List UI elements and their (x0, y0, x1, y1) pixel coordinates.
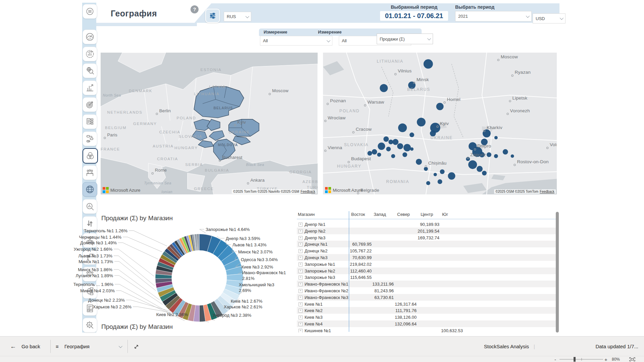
map-feedback-link[interactable]: Feedback (301, 190, 315, 193)
store-bubble[interactable] (398, 123, 407, 132)
store-bubble[interactable] (466, 157, 470, 161)
sidebar-item-kpi-gauge[interactable]: KPI (83, 29, 97, 44)
sidebar-item-search-analytics[interactable] (83, 199, 97, 214)
expand-row-icon[interactable]: + (299, 302, 303, 306)
expand-row-icon[interactable]: + (299, 242, 303, 246)
data-updated-label[interactable]: Data updated 1/7... (595, 337, 638, 356)
store-bubble[interactable] (402, 153, 407, 157)
table-row[interactable]: +Ивано-Франковск №281,243.96 (297, 287, 557, 294)
sidebar-item-venn-circles[interactable] (83, 148, 98, 164)
table-row[interactable]: +Киев №4132,096.64 (297, 320, 557, 327)
table-row[interactable]: +Донецк №160,769.95 (297, 241, 557, 247)
sidebar-item-pipeline-flow[interactable] (83, 131, 97, 146)
column-header-Запад[interactable]: Запад (374, 212, 386, 217)
collapse-view-button[interactable] (133, 337, 139, 356)
pages-menu-icon[interactable]: ≡ (56, 337, 59, 356)
sidebar-item-trend-growth[interactable] (83, 47, 97, 61)
expand-row-icon[interactable]: + (299, 223, 303, 227)
sidebar-item-document-numbered[interactable] (83, 114, 97, 129)
store-bubble[interactable] (391, 154, 395, 158)
vertical-scrollbar-thumb[interactable] (556, 212, 559, 333)
column-header-Юг[interactable]: Юг (442, 212, 448, 217)
store-bubble[interactable] (378, 142, 385, 150)
table-row[interactable]: +Кишинев №1100,632.53 (297, 327, 557, 333)
back-arrow-icon[interactable]: ← (10, 337, 16, 356)
table-row[interactable]: +Ивано-Франковск №363,730.61 (297, 294, 557, 301)
year-select[interactable]: 2021 (455, 11, 532, 21)
store-bubble[interactable] (397, 143, 403, 149)
store-bubble[interactable] (388, 139, 393, 144)
map-feedback-link[interactable]: Feedback (540, 190, 554, 193)
zoom-in-button[interactable]: + (604, 356, 607, 362)
store-bubble[interactable] (424, 167, 428, 171)
store-bubble[interactable] (392, 139, 398, 145)
store-bubble[interactable] (372, 149, 377, 155)
store-bubble[interactable] (426, 181, 430, 185)
store-bubble[interactable] (440, 169, 444, 174)
store-bubble[interactable] (483, 129, 491, 137)
language-select[interactable]: RUS (224, 12, 251, 21)
donut-chart[interactable]: Запорожье №1 4.64%Днепр №3 3.59%Львов №1… (101, 221, 297, 334)
zoom-slider-handle[interactable] (574, 357, 576, 362)
expand-row-icon[interactable]: + (299, 289, 303, 293)
expand-row-icon[interactable]: + (299, 315, 303, 319)
sidebar-item-bar-chart-arrow[interactable] (83, 80, 97, 95)
column-header-Центр[interactable]: Центр (421, 212, 433, 217)
store-bubble[interactable] (477, 166, 483, 172)
store-bubble[interactable] (380, 84, 388, 92)
table-row[interactable]: +Киев №3138,126.00 (297, 314, 557, 320)
sidebar-item-globe[interactable] (83, 182, 97, 197)
store-bubble[interactable] (424, 59, 433, 69)
store-bubble[interactable] (436, 103, 444, 110)
currency-select[interactable]: USD (533, 13, 566, 23)
sidebar-item-team-desk[interactable] (83, 165, 97, 180)
store-bubble[interactable] (503, 149, 508, 155)
table-row[interactable]: +Запорожье №3115,646.55 (297, 274, 557, 281)
sidebar-item-target-arrow[interactable] (83, 97, 97, 112)
store-bubble[interactable] (404, 144, 411, 151)
expand-row-icon[interactable]: + (299, 256, 303, 260)
sidebar-item-gear-analytics[interactable] (83, 318, 97, 333)
filter-sliders-button[interactable] (205, 9, 220, 23)
table-row[interactable]: +Днепр №3169,732.74 (297, 234, 557, 241)
page-selector[interactable]: География (64, 337, 90, 356)
table-row[interactable]: +Днепр №2201,199.54 (297, 228, 557, 234)
store-bubble[interactable] (416, 159, 422, 165)
sidebar-item-globe-search[interactable] (83, 63, 97, 78)
go-back-button[interactable]: Go back (21, 337, 40, 356)
table-row[interactable]: +Ивано-Франковск №1133,211.96 (297, 281, 557, 287)
store-bubble[interactable] (511, 155, 514, 158)
column-header-Север[interactable]: Север (397, 212, 410, 217)
store-bubble[interactable] (383, 136, 389, 142)
zoom-out-button[interactable]: - (554, 356, 556, 362)
table-row[interactable]: +Киев №2111,791.76 (297, 307, 557, 314)
fit-to-page-button[interactable] (629, 356, 635, 362)
column-header-Магазин[interactable]: Магазин (298, 212, 315, 217)
store-bubble[interactable] (487, 153, 491, 157)
store-bubble[interactable] (438, 179, 442, 184)
zoom-slider-track[interactable] (559, 356, 606, 362)
zoom-slider[interactable] (559, 356, 606, 362)
expand-row-icon[interactable]: + (299, 236, 303, 240)
table-row[interactable]: +Запорожье №2112,460.40 (297, 267, 557, 274)
expand-row-icon[interactable]: + (299, 276, 303, 280)
store-bubble[interactable] (434, 173, 437, 176)
store-bubble[interactable] (367, 151, 372, 156)
store-matrix-table[interactable]: МагазинВостокЗападСеверЦентрЮг+Днепр №19… (297, 209, 557, 333)
expand-row-icon[interactable]: + (299, 296, 303, 300)
expand-row-icon[interactable]: + (299, 262, 303, 266)
expand-row-icon[interactable]: + (299, 322, 303, 326)
help-icon[interactable]: ? (191, 5, 199, 13)
store-bubble[interactable] (494, 154, 498, 158)
dimension1-select[interactable]: All (260, 36, 332, 46)
choropleth-map[interactable]: North SeaESTONIALATVIALITHUANIADENMARKMo… (101, 53, 318, 194)
bubble-map[interactable]: LITHUANIAVilniusMinskBELARUSMoscowRyazan… (323, 53, 557, 194)
expand-row-icon[interactable]: + (299, 282, 303, 286)
table-row[interactable]: +Запорожье №1219,842.02 (297, 261, 557, 267)
expand-row-icon[interactable]: + (299, 329, 303, 333)
measure-select[interactable]: Продажи (Σ) (377, 34, 433, 44)
table-row[interactable]: +Донецк №2105,767.22 (297, 247, 557, 254)
store-bubble[interactable] (482, 171, 487, 176)
table-row[interactable]: +Донецк №370,630.99 (297, 254, 557, 261)
store-bubble[interactable] (494, 136, 498, 139)
